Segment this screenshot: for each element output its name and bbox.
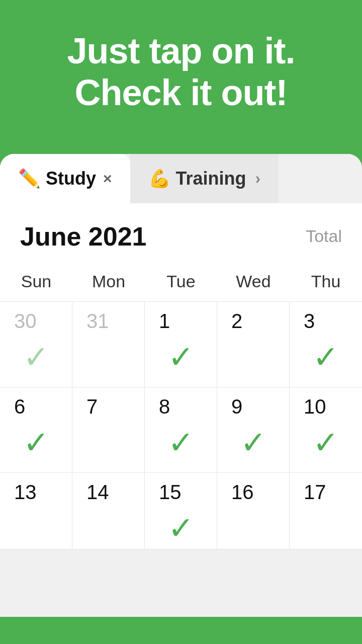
checkmark-6: ✓ xyxy=(23,427,49,458)
tab-training[interactable]: 💪 Training › xyxy=(130,154,279,203)
cal-cell-15[interactable]: 15 ✓ xyxy=(145,473,217,549)
cal-date-3: 3 xyxy=(304,310,315,333)
cal-date-2: 2 xyxy=(231,310,242,333)
day-header-mon: Mon xyxy=(72,267,145,296)
cal-cell-2[interactable]: 2 xyxy=(217,302,290,387)
hero-title-line1: Just tap on it. xyxy=(67,31,295,71)
tab-study[interactable]: ✏️ Study × xyxy=(0,154,130,203)
month-title: June 2021 xyxy=(20,221,147,252)
cal-date-7: 7 xyxy=(86,395,98,418)
cal-cell-10[interactable]: 10 ✓ xyxy=(290,387,362,473)
cal-cell-6[interactable]: 6 ✓ xyxy=(0,387,72,473)
calendar-week-2: 6 ✓ 7 8 ✓ 9 ✓ 10 ✓ xyxy=(0,387,362,473)
calendar-week-1: 30 ✓ 31 1 ✓ 2 3 ✓ xyxy=(0,302,362,387)
cal-date-31: 31 xyxy=(86,310,109,333)
cal-date-14: 14 xyxy=(86,481,109,504)
day-header-sun: Sun xyxy=(0,267,72,296)
calendar-week-3: 13 14 15 ✓ 16 17 xyxy=(0,473,362,549)
day-header-wed: Wed xyxy=(217,267,290,296)
calendar-header: June 2021 Total xyxy=(0,221,362,262)
checkmark-10: ✓ xyxy=(313,427,339,458)
cal-date-30: 30 xyxy=(14,310,37,333)
checkmark-8: ✓ xyxy=(168,427,194,458)
cal-cell-8[interactable]: 8 ✓ xyxy=(145,387,217,473)
total-label: Total xyxy=(306,226,342,246)
study-label: Study xyxy=(46,168,96,189)
cal-date-9: 9 xyxy=(231,395,242,418)
cal-date-16: 16 xyxy=(231,481,254,504)
day-headers: Sun Mon Tue Wed Thu xyxy=(0,262,362,302)
training-label: Training xyxy=(176,168,246,189)
cal-cell-14[interactable]: 14 xyxy=(72,473,145,549)
tab-close-study[interactable]: × xyxy=(103,170,112,187)
study-emoji: ✏️ xyxy=(18,168,41,189)
checkmark-30: ✓ xyxy=(23,342,49,373)
hero-section: Just tap on it. Check it out! xyxy=(0,0,362,154)
cal-date-17: 17 xyxy=(304,481,326,504)
hero-title: Just tap on it. Check it out! xyxy=(20,30,342,114)
cal-date-15: 15 xyxy=(159,481,182,504)
cal-cell-7[interactable]: 7 xyxy=(72,387,145,473)
cal-date-13: 13 xyxy=(14,481,37,504)
cal-cell-17[interactable]: 17 xyxy=(290,473,362,549)
cal-cell-3[interactable]: 3 ✓ xyxy=(290,302,362,387)
checkmark-1: ✓ xyxy=(168,342,194,373)
calendar-area: June 2021 Total Sun Mon Tue Wed Thu 30 ✓… xyxy=(0,203,362,549)
card-container: ✏️ Study × 💪 Training › June 2021 Total … xyxy=(0,154,362,617)
hero-title-line2: Check it out! xyxy=(74,72,287,113)
cal-date-6: 6 xyxy=(14,395,25,418)
tabs-row: ✏️ Study × 💪 Training › xyxy=(0,154,362,203)
checkmark-15: ✓ xyxy=(168,513,194,544)
day-header-tue: Tue xyxy=(145,267,217,296)
cal-date-1: 1 xyxy=(159,310,170,333)
cal-date-8: 8 xyxy=(159,395,170,418)
checkmark-3: ✓ xyxy=(313,342,339,373)
checkmark-9: ✓ xyxy=(240,427,266,458)
cal-date-10: 10 xyxy=(304,395,326,418)
day-header-thu: Thu xyxy=(290,267,362,296)
cal-cell-9[interactable]: 9 ✓ xyxy=(217,387,290,473)
tab-scroll-arrow[interactable]: › xyxy=(255,169,261,188)
cal-cell-16[interactable]: 16 xyxy=(217,473,290,549)
cal-cell-31[interactable]: 31 xyxy=(72,302,145,387)
cal-cell-1[interactable]: 1 ✓ xyxy=(145,302,217,387)
training-emoji: 💪 xyxy=(148,168,171,189)
cal-cell-13[interactable]: 13 xyxy=(0,473,72,549)
cal-cell-30[interactable]: 30 ✓ xyxy=(0,302,72,387)
